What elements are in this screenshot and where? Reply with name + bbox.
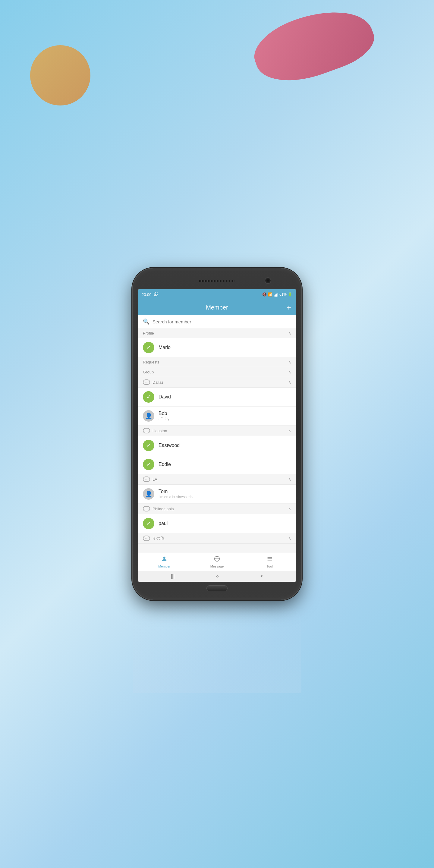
member-info-tom: Tom I'm on a business trip. xyxy=(158,489,291,499)
member-item-eastwood[interactable]: ✓ Eastwood xyxy=(138,436,296,455)
avatar-icon-tom: 👤 xyxy=(145,490,153,498)
group-chevron-icon[interactable]: ∧ xyxy=(288,370,291,374)
la-group-name: LA xyxy=(153,477,157,482)
android-nav: ||| ○ < xyxy=(138,571,296,582)
tool-nav-icon xyxy=(267,555,273,564)
android-recent-button[interactable]: ||| xyxy=(171,574,175,579)
member-status-tom: I'm on a business trip. xyxy=(158,495,291,499)
member-nav-icon xyxy=(161,555,167,564)
requests-label: Requests xyxy=(143,360,159,364)
member-name-paul: paul xyxy=(158,521,291,526)
member-status-bob: off day xyxy=(158,417,291,421)
philadelphia-group-name: Philadelphia xyxy=(153,507,174,511)
member-item-bob[interactable]: 👤 Bob off day xyxy=(138,407,296,426)
group-dallas-header[interactable]: Dallas ∧ xyxy=(138,377,296,388)
member-name-bob: Bob xyxy=(158,411,291,416)
member-item-eddie[interactable]: ✓ Eddie xyxy=(138,455,296,474)
philadelphia-chat-icon xyxy=(143,506,150,512)
member-info-david: David xyxy=(158,394,291,400)
checkmark-icon-eastwood: ✓ xyxy=(147,442,151,449)
requests-section-header: Requests ∧ xyxy=(138,357,296,367)
profile-chevron-icon[interactable]: ∧ xyxy=(288,331,291,336)
nav-item-message[interactable]: Message xyxy=(191,555,244,568)
message-nav-label: Message xyxy=(210,564,224,568)
group-section-header: Group ∧ xyxy=(138,367,296,377)
member-nav-label: Member xyxy=(158,564,170,568)
group-label: Group xyxy=(143,370,154,374)
member-info-mario: Mario xyxy=(158,345,291,350)
search-bar: 🔍 xyxy=(138,315,296,328)
tool-nav-label: Tool xyxy=(267,564,273,568)
houston-group-name: Houston xyxy=(153,429,167,433)
avatar-icon-bob: 👤 xyxy=(145,412,153,420)
member-item-paul[interactable]: ✓ paul xyxy=(138,514,296,533)
member-info-eastwood: Eastwood xyxy=(158,443,291,448)
svg-point-4 xyxy=(218,558,218,559)
bottom-nav: Member Message xyxy=(138,552,296,571)
group-la-header[interactable]: LA ∧ xyxy=(138,474,296,485)
avatar-eastwood: ✓ xyxy=(143,440,154,451)
profile-label: Profile xyxy=(143,331,154,336)
checkmark-icon-eddie: ✓ xyxy=(147,461,151,468)
avatar-eddie: ✓ xyxy=(143,459,154,470)
member-item-mario[interactable]: ✓ Mario xyxy=(138,338,296,357)
member-info-paul: paul xyxy=(158,521,291,526)
svg-point-0 xyxy=(163,556,165,558)
avatar-paul: ✓ xyxy=(143,518,154,529)
group-philadelphia-header[interactable]: Philadelphia ∧ xyxy=(138,504,296,514)
signal-bars xyxy=(274,292,278,297)
svg-point-3 xyxy=(217,558,217,559)
member-name-tom: Tom xyxy=(158,489,291,494)
avatar-tom: 👤 xyxy=(143,488,154,500)
member-name-mario: Mario xyxy=(158,345,291,350)
battery-icon: 🔋 xyxy=(288,292,292,297)
app-header: Member + xyxy=(138,300,296,315)
android-back-button[interactable]: < xyxy=(260,574,263,579)
la-chat-icon xyxy=(143,476,150,482)
member-item-tom[interactable]: 👤 Tom I'm on a business trip. xyxy=(138,485,296,504)
la-chevron-icon[interactable]: ∧ xyxy=(288,477,291,482)
nav-item-member[interactable]: Member xyxy=(138,555,191,568)
dallas-group-name: Dallas xyxy=(153,380,163,384)
dallas-chat-icon xyxy=(143,379,150,385)
search-input[interactable] xyxy=(153,319,291,324)
wifi-icon: 📶 xyxy=(268,292,273,297)
member-name-david: David xyxy=(158,394,291,400)
status-bar: 20:00 🖼 🔇 📶 61% 🔋 xyxy=(138,289,296,300)
phone-reflection xyxy=(133,603,301,693)
avatar-bob: 👤 xyxy=(143,410,154,422)
houston-chat-icon xyxy=(143,428,150,433)
battery-level: 61% xyxy=(279,292,287,297)
android-home-button[interactable]: ○ xyxy=(216,574,219,579)
member-item-david[interactable]: ✓ David xyxy=(138,388,296,407)
other-chevron-icon[interactable]: ∧ xyxy=(288,536,291,541)
philadelphia-chevron-icon[interactable]: ∧ xyxy=(288,506,291,511)
avatar-david: ✓ xyxy=(143,391,154,403)
requests-chevron-icon[interactable]: ∧ xyxy=(288,360,291,364)
content-area: Profile ∧ ✓ Mario Requests ∧ xyxy=(138,328,296,552)
member-info-eddie: Eddie xyxy=(158,462,291,467)
search-icon: 🔍 xyxy=(143,318,150,325)
checkmark-icon-david: ✓ xyxy=(147,394,151,400)
other-group-name: その他 xyxy=(153,535,164,541)
svg-point-2 xyxy=(216,558,216,559)
nav-item-tool[interactable]: Tool xyxy=(243,555,296,568)
header-title: Member xyxy=(206,304,228,311)
status-time: 20:00 xyxy=(142,292,152,297)
gallery-icon: 🖼 xyxy=(153,292,158,297)
message-nav-icon xyxy=(214,555,220,564)
other-chat-icon xyxy=(143,535,150,541)
member-name-eddie: Eddie xyxy=(158,462,291,467)
member-name-eastwood: Eastwood xyxy=(158,443,291,448)
profile-section-header: Profile ∧ xyxy=(138,328,296,338)
phone-screen: 20:00 🖼 🔇 📶 61% 🔋 xyxy=(138,289,296,582)
checkmark-icon-paul: ✓ xyxy=(147,520,151,527)
add-member-button[interactable]: + xyxy=(287,303,291,312)
member-info-bob: Bob off day xyxy=(158,411,291,421)
dallas-chevron-icon[interactable]: ∧ xyxy=(288,380,291,384)
group-houston-header[interactable]: Houston ∧ xyxy=(138,426,296,436)
checkmark-icon-mario: ✓ xyxy=(147,344,151,351)
group-other-header[interactable]: その他 ∧ xyxy=(138,533,296,544)
mute-icon: 🔇 xyxy=(262,292,267,297)
houston-chevron-icon[interactable]: ∧ xyxy=(288,428,291,433)
